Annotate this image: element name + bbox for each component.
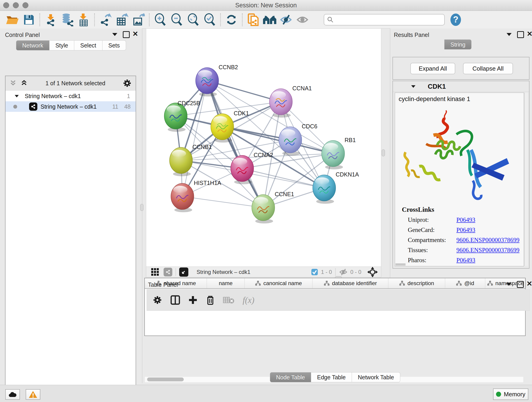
node-HIST1H1A[interactable]: HIST1H1A xyxy=(171,180,221,212)
import-network-icon xyxy=(44,13,57,26)
zoom-out-button[interactable] xyxy=(168,12,185,27)
float-panel-icon[interactable] xyxy=(506,283,511,286)
export-table-button[interactable] xyxy=(114,12,130,27)
save-session-button[interactable] xyxy=(21,12,37,27)
crosslink-link[interactable]: P06493 xyxy=(456,216,475,223)
zoom-selected-button[interactable] xyxy=(201,12,218,27)
edge-CCNB2-CCNE1[interactable] xyxy=(207,81,263,208)
close-panel-icon[interactable]: ✕ xyxy=(526,281,532,287)
column-header-name[interactable]: name xyxy=(207,278,245,288)
float-panel-icon[interactable] xyxy=(507,33,512,36)
collection-expander-icon[interactable] xyxy=(15,95,19,97)
table-toolbar: f(x) xyxy=(147,289,530,311)
column-header-canonical-name[interactable]: canonical name xyxy=(245,278,312,288)
tab-network-table[interactable]: Network Table xyxy=(352,372,400,382)
cloud-status-button[interactable] xyxy=(5,389,20,400)
close-panel-icon[interactable]: ✕ xyxy=(133,31,138,37)
add-column-icon[interactable] xyxy=(188,295,198,305)
node-CCNE1[interactable]: CCNE1 xyxy=(252,191,294,223)
collapse-all-button[interactable]: Collapse All xyxy=(463,63,513,74)
export-network-button[interactable] xyxy=(97,12,114,27)
help-button[interactable]: ? xyxy=(447,12,464,27)
crosslink-link[interactable]: 9606.ENSP00000378699 xyxy=(456,236,519,244)
tab-string[interactable]: String xyxy=(444,39,472,50)
birdseye-navigator-icon[interactable] xyxy=(367,267,378,277)
network-collection-row[interactable]: String Network – cdk1 1 xyxy=(6,91,136,101)
maximize-panel-icon[interactable] xyxy=(517,281,524,288)
toolbar-separator xyxy=(176,268,176,276)
crosslink-link[interactable]: 9606.ENSP00000378699 xyxy=(456,247,519,254)
node-RB1[interactable]: RB1 xyxy=(322,137,356,169)
selected-checkbox-icon[interactable] xyxy=(311,268,318,276)
toolbar-search[interactable] xyxy=(324,14,445,26)
delete-table-icon[interactable] xyxy=(223,296,235,304)
function-builder-icon: f(x) xyxy=(243,295,254,305)
grid-view-icon[interactable] xyxy=(151,268,159,276)
table-settings-gear-icon[interactable] xyxy=(153,295,162,305)
column-header-description[interactable]: description xyxy=(388,278,445,288)
column-header-@id[interactable]: @id xyxy=(445,278,485,288)
gear-icon[interactable] xyxy=(123,79,132,88)
tab-edge-table[interactable]: Edge Table xyxy=(311,372,352,382)
crosslink-row: Compartments:9606.ENSP00000378699 xyxy=(408,236,524,244)
detach-view-icon[interactable] xyxy=(179,268,188,277)
maximize-panel-icon[interactable] xyxy=(517,31,524,38)
tab-style[interactable]: Style xyxy=(50,40,75,51)
crosslink-link[interactable]: P06493 xyxy=(456,257,475,264)
node-CCNA2[interactable]: CCNA2 xyxy=(231,152,273,184)
column-header-database-identifier[interactable]: database identifier xyxy=(312,278,388,288)
tab-sets[interactable]: Sets xyxy=(102,40,126,51)
zoom-in-button[interactable] xyxy=(152,12,168,27)
tab-select[interactable]: Select xyxy=(74,40,102,51)
node-CCNA1[interactable]: CCNA1 xyxy=(269,85,312,118)
collapse-all-icon[interactable] xyxy=(9,80,17,87)
import-network-database-button[interactable] xyxy=(59,12,75,27)
float-panel-icon[interactable] xyxy=(112,33,117,36)
first-neighbors-button[interactable] xyxy=(261,12,278,27)
node-CCNB1[interactable]: CCNB1 xyxy=(170,144,212,176)
node-CCNB2[interactable]: CCNB2 xyxy=(196,64,238,96)
edge-HIST1H1A-CCNE1[interactable] xyxy=(182,196,263,208)
network-row[interactable]: String Network – cdk1 11 48 xyxy=(6,101,136,112)
apply-layout-button[interactable] xyxy=(223,12,240,27)
status-bar: Memory xyxy=(0,385,532,402)
import-table-file-button[interactable] xyxy=(75,12,92,27)
hide-selected-button[interactable] xyxy=(278,12,294,27)
expand-all-button[interactable]: Expand All xyxy=(410,63,455,74)
delete-column-icon[interactable] xyxy=(206,295,215,305)
selected-counts: 1 - 0 xyxy=(321,269,332,275)
open-session-button[interactable] xyxy=(4,12,21,27)
tab-network[interactable]: Network xyxy=(16,40,50,51)
crosslink-link[interactable]: P06493 xyxy=(456,226,475,234)
clone-network-button[interactable] xyxy=(245,12,261,27)
network-view-mode-icon[interactable] xyxy=(164,268,172,276)
section-expander-icon[interactable] xyxy=(411,85,416,88)
expand-all-icon[interactable] xyxy=(20,80,28,87)
tab-node-table[interactable]: Node Table xyxy=(270,372,311,382)
maximize-panel-icon[interactable] xyxy=(123,31,130,38)
search-input[interactable] xyxy=(334,16,431,23)
hscrollbar-thumb[interactable] xyxy=(395,263,405,266)
warnings-button[interactable] xyxy=(26,389,40,400)
show-all-button[interactable] xyxy=(294,12,311,27)
right-splitter-handle[interactable] xyxy=(382,149,385,156)
export-table-icon xyxy=(115,13,128,26)
show-columns-icon[interactable] xyxy=(170,295,180,305)
left-splitter-handle[interactable] xyxy=(140,204,143,211)
import-network-file-button[interactable] xyxy=(42,12,59,27)
table-hscrollbar-thumb[interactable] xyxy=(147,377,184,381)
export-image-button[interactable] xyxy=(130,12,147,27)
node-details-header[interactable]: CDK1 xyxy=(393,81,529,92)
edge-CCNB2-HIST1H1A[interactable] xyxy=(182,81,207,196)
vscrollbar-track[interactable] xyxy=(525,93,528,266)
memory-button[interactable]: Memory xyxy=(493,389,528,400)
network-canvas[interactable]: CCNB2CCNA1CDC25BCDK1CDC6RB1CCNB1CCNA2CDK… xyxy=(146,28,381,267)
node-CDKN1A[interactable]: CDKN1A xyxy=(313,171,359,204)
hidden-counter: 0 - 0 xyxy=(339,268,361,276)
crosslinks-heading: CrossLinks xyxy=(402,206,524,213)
node-CDC25B[interactable]: CDC25B xyxy=(164,100,200,132)
zoom-fit-button[interactable] xyxy=(185,12,201,27)
edge-CCNA2-CDKN1A[interactable] xyxy=(242,168,324,188)
network-graph[interactable]: CCNB2CCNA1CDC25BCDK1CDC6RB1CCNB1CCNA2CDK… xyxy=(146,29,380,266)
close-panel-icon[interactable]: ✕ xyxy=(527,31,532,37)
